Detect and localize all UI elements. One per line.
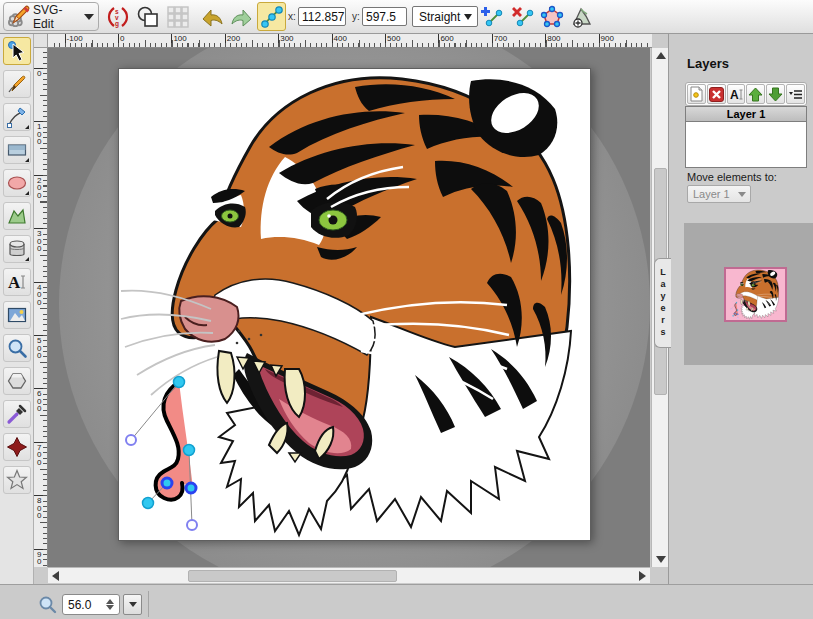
tiger-artwork[interactable] (119, 69, 592, 542)
redo-button[interactable] (227, 2, 256, 31)
undo-button[interactable] (197, 2, 226, 31)
workspace[interactable] (48, 48, 650, 567)
layers-panel-toggle-tab[interactable]: Layers (654, 258, 671, 348)
convert-to-path-button[interactable] (567, 2, 596, 31)
svg-canvas[interactable] (118, 68, 591, 541)
svg-text:A: A (8, 273, 21, 292)
move-select-caret-icon (738, 192, 746, 197)
scroll-up-button[interactable] (652, 48, 669, 63)
new-layer-icon (689, 86, 704, 102)
tool-rectangle[interactable] (3, 136, 31, 164)
rectangle-tool-icon (6, 139, 28, 161)
delete-node-button[interactable] (507, 2, 536, 31)
layers-panel: Layers A (668, 34, 813, 619)
menu-caret-icon (84, 14, 94, 20)
tool-ellipse[interactable] (3, 169, 31, 197)
freehand-path-tool-icon (6, 205, 28, 227)
zoom-magnifier-icon (38, 595, 57, 614)
y-coordinate-input[interactable] (362, 7, 407, 26)
horizontal-scroll-thumb[interactable] (188, 570, 397, 582)
zoom-stepper[interactable] (104, 597, 116, 612)
status-bar: 56.0 (0, 584, 813, 619)
canvas-overview (684, 223, 813, 365)
ruler-corner (34, 34, 48, 48)
horizontal-scrollbar[interactable] (48, 567, 650, 583)
move-layer-up-button[interactable] (746, 84, 765, 104)
add-node-icon (479, 5, 503, 29)
layer-list-body[interactable] (685, 122, 807, 168)
tool-select[interactable] (3, 37, 31, 65)
layer-up-icon (748, 87, 763, 102)
left-toolbar: A (0, 34, 34, 619)
shape-objects-button[interactable] (133, 2, 162, 31)
v-ruler: 01 0 02 0 03 0 04 0 05 0 06 0 07 0 08 0 … (34, 48, 48, 567)
zoom-dropdown-caret-icon (129, 602, 137, 607)
tool-image[interactable] (3, 301, 31, 329)
layer-menu-icon (788, 87, 803, 102)
segment-type-value: Straight (419, 10, 460, 24)
tool-freehand-path[interactable] (3, 202, 31, 230)
shape-library-icon (6, 238, 28, 260)
main-menu-label: SVG-Edit (33, 3, 79, 31)
tool-polygon[interactable] (3, 367, 31, 395)
tool-path[interactable] (3, 103, 31, 131)
zoom-step-down-icon (106, 605, 114, 610)
add-node-button[interactable] (476, 2, 505, 31)
zoom-preset-dropdown[interactable] (123, 594, 142, 615)
x-coordinate-input[interactable] (298, 7, 346, 26)
text-tool-icon: A (6, 271, 28, 293)
rename-layer-button[interactable]: A (727, 84, 746, 104)
layer-buttons-row: A (685, 82, 807, 106)
status-separator (148, 591, 149, 617)
move-layer-down-button[interactable] (766, 84, 785, 104)
cross-shape-icon (6, 436, 28, 458)
layer-down-icon (768, 87, 783, 102)
delete-layer-button[interactable] (707, 84, 726, 104)
convert-wedge-icon (570, 5, 594, 29)
eyedropper-tool-icon (6, 403, 28, 425)
layer-menu-button[interactable] (786, 84, 805, 104)
h-ruler: -10001002003004005006007008009001000 (48, 34, 652, 48)
grid-button[interactable] (163, 2, 192, 31)
image-tool-icon (6, 304, 28, 326)
tool-shape-library[interactable] (3, 235, 31, 263)
layer-list: Layer 1 (685, 106, 807, 168)
close-path-button[interactable] (537, 2, 566, 31)
path-tool-icon (6, 106, 28, 128)
redo-icon (230, 5, 254, 29)
svg-text:g: g (115, 20, 119, 28)
canvas-thumbnail[interactable] (724, 267, 787, 322)
zoom-level-input[interactable]: 56.0 (62, 594, 120, 615)
polygon-tool-icon (6, 370, 28, 392)
tool-shape-cross[interactable] (3, 433, 31, 461)
zoom-step-up-icon (106, 599, 114, 604)
scroll-up-icon (656, 52, 666, 59)
tool-eyedropper[interactable] (3, 400, 31, 428)
zoom-tool-icon (6, 337, 28, 359)
node-link-tool-button[interactable] (257, 2, 286, 31)
close-path-icon (540, 5, 564, 29)
move-elements-value: Layer 1 (693, 188, 730, 200)
svg-edit-logo-icon (8, 5, 30, 29)
node-link-icon (260, 5, 284, 29)
star-tool-icon (6, 469, 28, 491)
new-layer-button[interactable] (687, 84, 706, 104)
select-tool-icon (6, 40, 28, 62)
select-caret-icon (464, 14, 472, 20)
main-menu-button[interactable]: SVG-Edit (3, 2, 99, 31)
tool-pencil[interactable] (3, 70, 31, 98)
scroll-down-button[interactable] (652, 552, 669, 567)
tool-text[interactable]: A (3, 268, 31, 296)
scroll-left-button[interactable] (48, 568, 63, 584)
scroll-right-button[interactable] (635, 568, 650, 584)
segment-type-select[interactable]: Straight (412, 6, 478, 27)
top-toolbar: SVG-Edit s v g (0, 0, 813, 34)
layers-panel-title: Layers (687, 56, 729, 71)
tool-star[interactable] (3, 466, 31, 494)
layer-row-current[interactable]: Layer 1 (685, 106, 807, 122)
svg-text:A: A (730, 88, 739, 102)
source-code-button[interactable]: s v g (103, 2, 132, 31)
tool-zoom[interactable] (3, 334, 31, 362)
delete-layer-icon (709, 87, 724, 102)
move-elements-select[interactable]: Layer 1 (687, 185, 751, 203)
